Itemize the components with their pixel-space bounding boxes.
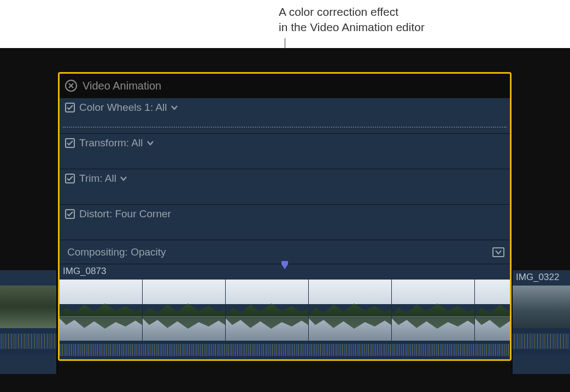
chevron-down-icon: [120, 176, 127, 181]
param-dropdown[interactable]: [146, 140, 154, 146]
editor-title: Video Animation: [83, 80, 161, 92]
timeline-clip-right[interactable]: IMG_0322: [512, 270, 570, 374]
param-label: Transform: All: [79, 137, 143, 149]
checkmark-icon: [67, 211, 73, 217]
chevron-down-icon: [146, 140, 154, 146]
chevron-down-icon: [495, 250, 502, 254]
filmstrip-frame: [143, 280, 226, 341]
clip-thumbnail: [513, 286, 570, 328]
filmstrip-frame: [60, 280, 143, 341]
param-row-distort[interactable]: Distort: Four Corner: [60, 204, 510, 240]
annotation-caption: A color correction effect in the Video A…: [279, 4, 425, 35]
editor-header: Video Animation: [60, 74, 510, 98]
keyframe-track[interactable]: [63, 127, 507, 128]
clip-filmstrip[interactable]: [60, 280, 510, 341]
param-label: Compositing: Opacity: [67, 246, 166, 258]
effect-enable-checkbox[interactable]: [65, 174, 75, 183]
param-row-transform[interactable]: Transform: All: [60, 133, 510, 169]
param-row-color-wheels[interactable]: Color Wheels 1: All: [60, 98, 510, 133]
checkmark-icon: [67, 176, 73, 181]
param-label: Distort: Four Corner: [79, 208, 171, 220]
annotation-line-2: in the Video Animation editor: [279, 20, 425, 35]
playhead-marker[interactable]: [280, 261, 290, 270]
param-label: Color Wheels 1: All: [79, 102, 167, 114]
filmstrip-frame: [392, 280, 475, 341]
playhead-icon: [280, 261, 290, 270]
close-icon: [68, 83, 74, 88]
clip-thumbnail: [0, 286, 56, 328]
param-row-compositing[interactable]: Compositing: Opacity: [60, 240, 510, 264]
effect-enable-checkbox[interactable]: [65, 103, 75, 112]
video-animation-editor: Video Animation Color Wheels 1: All Tran…: [58, 72, 512, 361]
param-dropdown[interactable]: [120, 176, 127, 181]
timeline-clip-left[interactable]: [0, 270, 58, 374]
clip-name-label: IMG_0322: [516, 272, 559, 283]
checkmark-icon: [67, 105, 73, 110]
filmstrip-frame: [475, 280, 510, 341]
param-label: Trim: All: [79, 173, 116, 185]
clip-preview-area: IMG_0873: [60, 264, 510, 359]
annotation-line-1: A color correction effect: [279, 4, 425, 20]
filmstrip-frame: [226, 280, 309, 341]
clip-waveform[interactable]: [60, 341, 510, 359]
close-button[interactable]: [65, 80, 77, 92]
filmstrip-frame: [309, 280, 392, 341]
expand-keyframe-editor-button[interactable]: [492, 247, 504, 257]
clip-waveform: [0, 328, 56, 354]
effect-enable-checkbox[interactable]: [65, 138, 75, 148]
clip-waveform: [513, 328, 570, 354]
checkmark-icon: [67, 140, 73, 146]
param-row-trim[interactable]: Trim: All: [60, 169, 510, 204]
param-dropdown[interactable]: [171, 105, 178, 110]
effect-enable-checkbox[interactable]: [65, 209, 75, 219]
chevron-down-icon: [171, 105, 178, 110]
